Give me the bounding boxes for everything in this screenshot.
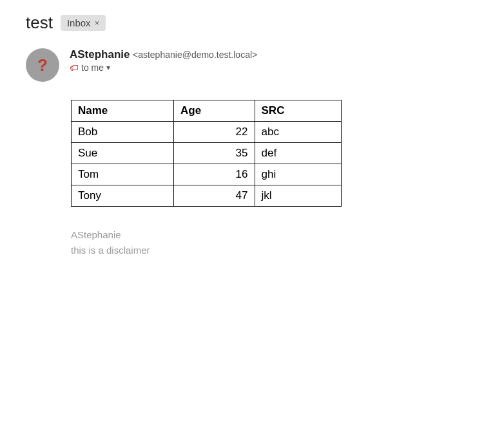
cell-name: Bob	[72, 122, 174, 143]
email-body: Name Age SRC Bob22abcSue35defTom16ghiTon…	[71, 100, 485, 258]
data-table: Name Age SRC Bob22abcSue35defTom16ghiTon…	[71, 100, 342, 207]
sender-name-row: AStephanie <astephanie@demo.test.local>	[70, 48, 257, 61]
disclaimer-section: AStephanie this is a disclaimer	[71, 227, 485, 258]
cell-age: 47	[174, 185, 255, 207]
email-title-row: test Inbox ×	[26, 13, 485, 33]
sender-info: AStephanie <astephanie@demo.test.local> …	[70, 48, 257, 73]
sender-email: <astephanie@demo.test.local>	[133, 50, 257, 60]
cell-src: def	[255, 143, 341, 164]
cell-age: 16	[174, 164, 255, 185]
signature-name: AStephanie	[71, 227, 485, 243]
sender-avatar: ?	[26, 48, 59, 82]
col-header-name: Name	[72, 100, 174, 122]
table-row: Tony47jkl	[72, 185, 342, 207]
to-me-row[interactable]: 🏷 to me ▾	[70, 62, 257, 73]
col-header-src: SRC	[255, 100, 341, 122]
table-row: Tom16ghi	[72, 164, 342, 185]
cell-name: Tom	[72, 164, 174, 185]
cell-age: 22	[174, 122, 255, 143]
chevron-down-icon: ▾	[106, 63, 110, 72]
sender-name: AStephanie	[70, 48, 130, 61]
table-row: Bob22abc	[72, 122, 342, 143]
disclaimer-text: this is a disclaimer	[71, 243, 485, 258]
cell-name: Sue	[72, 143, 174, 164]
email-subject: test	[26, 13, 53, 33]
inbox-badge[interactable]: Inbox ×	[61, 15, 106, 31]
email-meta: ? AStephanie <astephanie@demo.test.local…	[26, 48, 485, 82]
col-header-age: Age	[174, 100, 255, 122]
table-row: Sue35def	[72, 143, 342, 164]
tag-icon: 🏷	[70, 62, 79, 73]
cell-src: ghi	[255, 164, 341, 185]
avatar-symbol: ?	[37, 55, 48, 75]
cell-age: 35	[174, 143, 255, 164]
inbox-badge-close-button[interactable]: ×	[95, 18, 100, 28]
table-header-row: Name Age SRC	[72, 100, 342, 122]
cell-src: abc	[255, 122, 341, 143]
cell-src: jkl	[255, 185, 341, 207]
cell-name: Tony	[72, 185, 174, 207]
to-me-label: to me	[81, 62, 104, 73]
inbox-badge-label: Inbox	[67, 17, 91, 28]
